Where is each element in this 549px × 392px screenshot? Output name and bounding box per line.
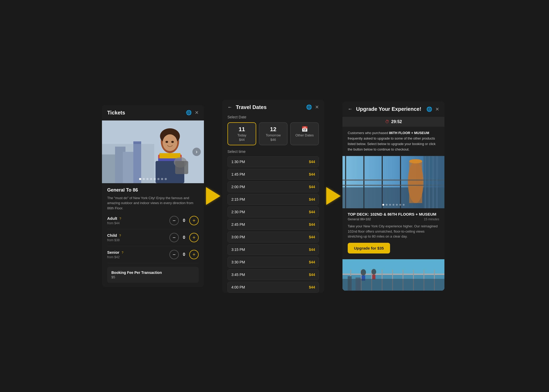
upgrade-dot-4 (393, 204, 394, 206)
upgrade-product-sub-label: General 86+102 (348, 217, 371, 221)
upgrade-product-duration: 15 minutes (424, 217, 439, 221)
child-count: 0 (181, 235, 187, 240)
time-slot-330[interactable]: 3:30 PM $44 (227, 257, 319, 268)
upgrade-dot-6 (399, 204, 401, 206)
adult-plus-btn[interactable]: + (189, 216, 199, 225)
upgrade-dot-5 (396, 204, 398, 206)
svg-point-49 (371, 269, 376, 275)
adult-help-icon[interactable]: ? (119, 217, 121, 221)
svg-rect-30 (425, 156, 426, 208)
adult-minus-btn[interactable]: − (169, 216, 179, 225)
booking-fee-title: Booking Fee Per Transaction (111, 270, 195, 275)
upgrade-title: Upgrade Your Experience! (356, 106, 421, 112)
time-slot-130[interactable]: 1:30 PM $44 (227, 156, 319, 167)
child-price: from $38 (107, 238, 121, 242)
adult-qty-controls: − 0 + (169, 216, 199, 225)
time-slot-215[interactable]: 2:15 PM $44 (227, 194, 319, 205)
select-time-label: Select time (222, 149, 324, 156)
senior-label: Senior (107, 250, 119, 255)
time-slot-200[interactable]: 2:00 PM $44 (227, 181, 319, 192)
date-11-num: 11 (230, 126, 254, 133)
time-slot-345[interactable]: 3:45 PM $44 (227, 269, 319, 280)
svg-point-8 (163, 134, 177, 151)
time-245: 2:45 PM (231, 222, 245, 227)
upgrade-globe-btn[interactable]: 🌐 (426, 107, 432, 112)
time-slot-145[interactable]: 1:45 PM $44 (227, 169, 319, 180)
date-btn-today[interactable]: 11 Today $44 (227, 122, 256, 145)
svg-rect-37 (342, 274, 444, 275)
time-slots-list: 1:30 PM $44 1:45 PM $44 2:00 PM $44 2:15… (222, 156, 324, 293)
child-plus-btn[interactable]: + (189, 233, 199, 242)
upgrade-second-image (342, 259, 444, 291)
svg-point-47 (361, 269, 366, 275)
ticket-description: The "must do" of New York City! Enjoy th… (107, 195, 199, 211)
travel-dates-back-btn[interactable]: ← (227, 105, 232, 110)
travel-dates-close-btn[interactable]: ✕ (315, 105, 319, 109)
tickets-globe-btn[interactable]: 🌐 (186, 110, 192, 115)
senior-qty-row: Senior ? from $42 − 0 + (107, 250, 199, 263)
price-215: $44 (309, 197, 315, 201)
date-12-num: 12 (261, 126, 285, 133)
svg-rect-33 (437, 156, 437, 208)
ticket-body: General To 86 The "must do" of New York … (102, 183, 204, 287)
carousel-dot-4 (150, 178, 152, 180)
price-130: $44 (309, 160, 315, 164)
upgrade-product-info: TOP DECK: 102ND & 86TH FLOORS + MUSEUM G… (342, 208, 444, 257)
time-145: 1:45 PM (231, 172, 245, 176)
upgrade-back-btn[interactable]: ← (348, 106, 352, 112)
svg-point-26 (409, 159, 422, 163)
svg-rect-35 (342, 259, 444, 275)
upgrade-intro-text-after: frequently asked to upgrade to some of t… (348, 136, 436, 151)
adult-qty-row: Adult ? from $44 − 0 + (107, 216, 199, 229)
travel-dates-globe-btn[interactable]: 🌐 (306, 105, 312, 109)
time-slot-300[interactable]: 3:00 PM $44 (227, 232, 319, 243)
time-slot-315[interactable]: 3:15 PM $44 (227, 244, 319, 255)
carousel-next-btn[interactable]: › (192, 148, 201, 156)
child-label-wrap: Child ? from $38 (107, 233, 121, 242)
upgrade-header-icons: 🌐 ✕ (426, 107, 439, 112)
app-container: Tickets 🌐 ✕ (102, 100, 447, 293)
timer-icon: ⏱ (385, 119, 389, 124)
ticket-hero-image: › (102, 120, 204, 183)
time-slot-400[interactable]: 4:00 PM $44 (227, 282, 319, 293)
upgrade-for-35-btn[interactable]: Upgrade for $35 (348, 243, 390, 253)
booking-fee-box: Booking Fee Per Transaction $5 (107, 267, 199, 283)
calendar-icon: 📅 (293, 126, 316, 132)
time-slot-230[interactable]: 2:30 PM $44 (227, 206, 319, 217)
time-slot-245[interactable]: 2:45 PM $44 (227, 219, 319, 230)
adult-count: 0 (181, 218, 187, 223)
price-245: $44 (309, 222, 315, 227)
travel-dates-header: ← Travel Dates 🌐 ✕ (222, 100, 324, 115)
upgrade-product-image (342, 156, 444, 208)
arrow-2 (324, 187, 342, 205)
date-btn-tomorrow[interactable]: 12 Tomorrow $46 (259, 122, 288, 145)
senior-minus-btn[interactable]: − (169, 250, 179, 259)
date-tomorrow-label: Tomorrow (261, 133, 285, 137)
upgrade-intro-product: 86TH FLOOR + MUSEUM (389, 131, 429, 135)
child-help-icon[interactable]: ? (119, 234, 121, 238)
select-date-label: Select Date (222, 115, 324, 122)
tickets-close-btn[interactable]: ✕ (195, 110, 199, 115)
travel-dates-panel: ← Travel Dates 🌐 ✕ Select Date 11 Today … (222, 100, 324, 293)
upgrade-intro-text-before: Customers who purchased (348, 131, 389, 135)
child-minus-btn[interactable]: − (169, 233, 179, 242)
price-230: $44 (309, 210, 315, 214)
arrow-1 (204, 187, 222, 205)
senior-plus-btn[interactable]: + (189, 250, 199, 259)
upgrade-dot-3 (389, 204, 391, 206)
arrow-shape-1 (206, 187, 220, 205)
senior-price: from $42 (107, 255, 123, 259)
date-today-price: $44 (230, 138, 254, 142)
price-315: $44 (309, 247, 315, 252)
upgrade-panel: ← Upgrade Your Experience! 🌐 ✕ ⏱ 29:52 C… (342, 101, 444, 291)
time-200: 2:00 PM (231, 185, 245, 189)
upgrade-close-btn[interactable]: ✕ (435, 107, 439, 112)
date-tomorrow-price: $46 (261, 138, 285, 142)
price-345: $44 (309, 273, 315, 277)
upgrade-product-sub: General 86+102 15 minutes (348, 217, 439, 221)
senior-help-icon[interactable]: ? (122, 251, 123, 255)
carousel-dot-3 (146, 178, 148, 180)
svg-rect-53 (356, 278, 361, 291)
date-btn-other[interactable]: 📅 Other Dates (290, 122, 319, 145)
svg-rect-52 (348, 276, 352, 291)
